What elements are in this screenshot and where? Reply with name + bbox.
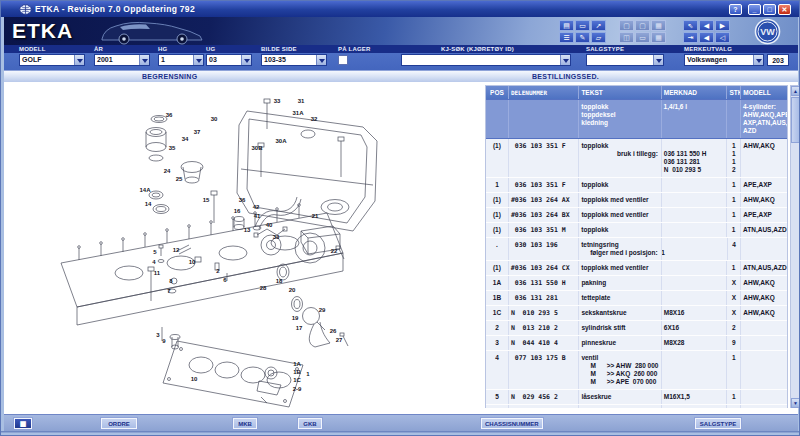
callout-15[interactable]: 15 bbox=[203, 197, 210, 203]
history-back-icon[interactable]: ◁ bbox=[715, 32, 730, 43]
table-row[interactable]: 2N 013 210 2sylindrisk stift6X162 bbox=[486, 321, 787, 336]
table-row[interactable]: 5N 029 456 2låseskrueM16X1,51 bbox=[486, 390, 787, 405]
callout-31A[interactable]: 31A bbox=[292, 110, 304, 116]
callout-1C[interactable]: 1C bbox=[293, 377, 301, 383]
car-outline-icon[interactable]: ▱ bbox=[591, 32, 606, 43]
callout-33[interactable]: 33 bbox=[273, 234, 280, 240]
callout-29[interactable]: 29 bbox=[319, 307, 326, 313]
callout-19[interactable]: 19 bbox=[292, 315, 299, 321]
table-row[interactable]: 1 036 103 351 Ftopplokk1APE,AXP bbox=[486, 178, 787, 193]
callout-2[interactable]: 2 bbox=[216, 268, 220, 274]
callout-12[interactable]: 12 bbox=[173, 247, 180, 253]
table-row[interactable]: 1A 036 131 550 HpakningXAHW,AKQ bbox=[486, 276, 787, 291]
callout-16[interactable]: 16 bbox=[234, 208, 241, 214]
chevron-down-icon[interactable] bbox=[241, 55, 251, 65]
chevron-down-icon[interactable] bbox=[139, 55, 149, 65]
callout-21[interactable]: 21 bbox=[312, 213, 319, 219]
selected-row[interactable]: topplokktoppdekselkledning1,4/1,6 l4-syl… bbox=[486, 99, 787, 139]
table-row[interactable]: 4 077 103 175 BventilM >> AHW 280 000M >… bbox=[486, 351, 787, 390]
table-row[interactable]: (1) 036 103 351 Mtopplokk1ATN,AUS,AZD bbox=[486, 223, 787, 238]
callout-18[interactable]: 18 bbox=[276, 278, 283, 284]
pa-lager-checkbox[interactable] bbox=[338, 55, 348, 65]
callout-11[interactable]: 11 bbox=[154, 270, 161, 276]
callout-10[interactable]: 10 bbox=[191, 376, 198, 382]
callout-20[interactable]: 20 bbox=[289, 287, 296, 293]
callout-10[interactable]: 10 bbox=[189, 259, 196, 265]
ordre-button[interactable]: ORDRE bbox=[101, 418, 137, 429]
callout-30A[interactable]: 30A bbox=[275, 138, 287, 144]
table-row[interactable]: (1)#036 103 264 CXtopplokk med ventiler1… bbox=[486, 261, 787, 276]
page-forward-icon[interactable]: ▶ bbox=[715, 20, 730, 31]
maximize-button[interactable]: □ bbox=[763, 4, 776, 15]
callout-30[interactable]: 30 bbox=[211, 116, 218, 122]
callout-36[interactable]: 36 bbox=[166, 112, 173, 118]
table-row[interactable]: (1)#036 103 264 BXtopplokk med ventiler1… bbox=[486, 208, 787, 223]
callout-32[interactable]: 32 bbox=[311, 116, 318, 122]
table-row[interactable]: . 030 103 196tetningsringfølger med i po… bbox=[486, 238, 787, 261]
callout-25[interactable]: 25 bbox=[176, 176, 183, 182]
callout-1A[interactable]: 1A bbox=[293, 361, 301, 367]
callout-2-9[interactable]: 2-9 bbox=[293, 386, 302, 392]
chassisnummer-button[interactable]: CHASSISNUMMER bbox=[481, 418, 543, 429]
chevron-down-icon[interactable] bbox=[753, 55, 763, 65]
callout-33[interactable]: 33 bbox=[274, 98, 281, 104]
callout-24[interactable]: 24 bbox=[164, 168, 171, 174]
table-scrollbar[interactable]: ▲ ▼ bbox=[790, 85, 800, 409]
salgstype-button[interactable]: SALGSTYPE bbox=[695, 418, 741, 429]
callout-5[interactable]: 5 bbox=[153, 249, 157, 255]
gkb-button[interactable]: GKB bbox=[298, 418, 322, 429]
callout-42[interactable]: 42 bbox=[253, 204, 260, 210]
callout-30B[interactable]: 30B bbox=[251, 145, 263, 151]
pin-icon[interactable]: ⇖ bbox=[683, 20, 698, 31]
callout-4[interactable]: 4 bbox=[152, 259, 156, 265]
page-back-icon[interactable]: ◀ bbox=[699, 20, 714, 31]
ug-combo[interactable]: 03 bbox=[206, 54, 252, 66]
callout-41[interactable]: 41 bbox=[254, 213, 261, 219]
callout-3[interactable]: 3 bbox=[156, 332, 160, 338]
chevron-down-icon[interactable] bbox=[653, 55, 663, 65]
callout-8[interactable]: 8 bbox=[169, 278, 173, 284]
hg-combo[interactable]: 1 bbox=[158, 54, 204, 66]
callout-13[interactable]: 13 bbox=[244, 227, 251, 233]
log-button[interactable]: ▦ bbox=[14, 418, 32, 429]
callout-1B[interactable]: 1B bbox=[293, 369, 301, 375]
last-page-icon[interactable]: ⇥ bbox=[683, 32, 698, 43]
table-row[interactable]: (1)#036 103 264 AXtopplokk med ventiler1… bbox=[486, 193, 787, 208]
help-button[interactable]: ? bbox=[729, 4, 742, 15]
table-row[interactable]: 3N 044 410 4pinneskrueM8X289 bbox=[486, 336, 787, 351]
modell-combo[interactable]: GOLF bbox=[19, 54, 85, 66]
scroll-up-icon[interactable]: ▲ bbox=[791, 86, 800, 96]
callout-37[interactable]: 37 bbox=[194, 129, 201, 135]
callout-1[interactable]: 1 bbox=[306, 371, 310, 377]
callout-27[interactable]: 27 bbox=[336, 337, 343, 343]
pencil-icon[interactable]: ✎ bbox=[575, 32, 590, 43]
back-icon[interactable]: ◀ bbox=[699, 32, 714, 43]
callout-28[interactable]: 28 bbox=[260, 285, 267, 291]
callout-34[interactable]: 34 bbox=[182, 136, 189, 142]
car-search-icon[interactable]: ↗ bbox=[591, 20, 606, 31]
callout-26[interactable]: 26 bbox=[330, 328, 337, 334]
chevron-down-icon[interactable] bbox=[193, 55, 203, 65]
kjsok-input[interactable] bbox=[401, 54, 571, 66]
table-row[interactable]: 1CN 010 293 5sekskantskrueM8X16XAHW,AKQ bbox=[486, 306, 787, 321]
merkeutvalg-combo[interactable]: Volkswagen bbox=[684, 54, 764, 66]
scroll-down-icon[interactable]: ▼ bbox=[791, 398, 800, 408]
chevron-down-icon[interactable] bbox=[74, 55, 84, 65]
callout-36[interactable]: 36 bbox=[239, 197, 246, 203]
callout-9[interactable]: 9 bbox=[162, 338, 166, 344]
callout-14A[interactable]: 14A bbox=[139, 187, 151, 193]
mkb-button[interactable]: MKB bbox=[233, 418, 257, 429]
print-icon[interactable]: ▤ bbox=[559, 20, 574, 31]
chevron-down-icon[interactable] bbox=[560, 55, 570, 65]
callout-35[interactable]: 35 bbox=[169, 145, 176, 151]
scrollbar-thumb[interactable] bbox=[791, 97, 800, 143]
callout-40[interactable]: 40 bbox=[266, 222, 273, 228]
list-icon[interactable]: ☰ bbox=[559, 32, 574, 43]
callout-31[interactable]: 31 bbox=[298, 98, 305, 104]
table-row[interactable]: 1B 036 131 281tetteplateXAHW,AKQ bbox=[486, 291, 787, 306]
callout-14[interactable]: 14 bbox=[145, 201, 152, 207]
table-row[interactable]: (1) 036 103 351 Ftopplokkbruk i tillegg:… bbox=[486, 139, 787, 178]
ar-combo[interactable]: 2001 bbox=[94, 54, 150, 66]
minimize-button[interactable]: _ bbox=[748, 4, 761, 15]
parts-diagram[interactable]: 3630373435333131A3230A30B242514A14153616… bbox=[9, 85, 482, 411]
